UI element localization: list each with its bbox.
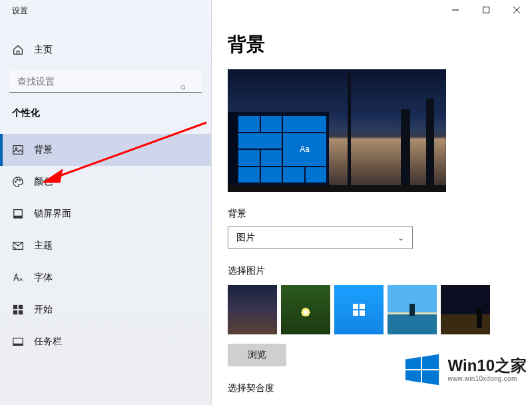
thumbnail-4[interactable] [388, 285, 437, 334]
sidebar-item-themes[interactable]: 主题 [0, 230, 211, 262]
svg-rect-6 [14, 216, 23, 218]
font-icon: A [12, 272, 24, 284]
page-title: 背景 [228, 32, 532, 57]
window-title: 设置 [0, 0, 211, 21]
home-icon [12, 44, 24, 56]
desktop-preview: Aa [228, 69, 446, 192]
preview-sample-tile: Aa [283, 133, 326, 166]
minimize-button[interactable] [440, 0, 471, 20]
svg-point-1 [15, 148, 17, 150]
thumbnail-5[interactable] [441, 285, 490, 334]
svg-point-3 [17, 179, 18, 181]
sidebar-item-background[interactable]: 背景 [0, 134, 211, 166]
image-icon [12, 144, 24, 156]
svg-rect-0 [13, 146, 23, 155]
thumbnail-1[interactable] [228, 285, 277, 334]
sidebar-item-colors[interactable]: 颜色 [0, 166, 211, 198]
home-nav[interactable]: 主页 [0, 35, 211, 65]
dropdown-value: 图片 [236, 232, 255, 244]
sidebar-item-label: 颜色 [34, 176, 53, 188]
svg-rect-10 [19, 305, 23, 309]
window-controls [440, 0, 532, 20]
start-icon [12, 304, 24, 316]
background-type-label: 背景 [228, 208, 532, 220]
picture-thumbnails [228, 285, 532, 334]
sidebar-item-label: 背景 [34, 144, 53, 156]
background-type-dropdown[interactable]: 图片 ⌄ [228, 226, 413, 249]
palette-icon [12, 176, 24, 188]
choose-fit-label: 选择契合度 [228, 382, 532, 394]
svg-rect-16 [483, 7, 489, 13]
thumbnail-2[interactable] [281, 285, 330, 334]
sidebar-item-label: 主题 [34, 240, 53, 252]
search-input[interactable] [9, 70, 202, 93]
svg-point-4 [19, 179, 21, 181]
svg-text:A: A [19, 276, 23, 282]
window-title-text: 设置 [12, 5, 28, 17]
svg-rect-14 [13, 344, 23, 346]
sidebar-item-label: 锁屏界面 [34, 208, 71, 220]
choose-picture-label: 选择图片 [228, 265, 532, 277]
taskbar-icon [12, 336, 24, 348]
sidebar-item-fonts[interactable]: A 字体 [0, 262, 211, 294]
svg-rect-12 [19, 310, 23, 314]
sidebar-item-start[interactable]: 开始 [0, 294, 211, 326]
thumbnail-3[interactable] [334, 285, 384, 334]
sidebar: 设置 主页 ⌕ 个性化 背景 颜色 [0, 0, 212, 405]
sidebar-item-label: 任务栏 [34, 336, 62, 348]
preview-taskbar [228, 185, 446, 192]
chevron-down-icon: ⌄ [398, 233, 404, 242]
category-heading: 个性化 [0, 99, 211, 125]
maximize-button[interactable] [471, 0, 501, 20]
minimize-icon [452, 7, 459, 13]
close-button[interactable] [501, 0, 532, 20]
svg-point-2 [15, 181, 17, 183]
browse-button[interactable]: 浏览 [228, 344, 286, 366]
sidebar-item-taskbar[interactable]: 任务栏 [0, 326, 211, 358]
content-area: 背景 Aa 背景 图片 ⌄ 选择图片 [212, 0, 532, 405]
svg-rect-9 [13, 305, 17, 309]
lockscreen-icon [12, 208, 24, 220]
maximize-icon [483, 7, 489, 13]
home-label: 主页 [34, 44, 53, 56]
preview-start-menu: Aa [228, 112, 329, 185]
close-icon [513, 7, 520, 13]
theme-icon [12, 240, 24, 252]
svg-rect-11 [13, 310, 17, 314]
nav-list: 背景 颜色 锁屏界面 主题 A 字体 开始 [0, 134, 211, 358]
search-icon: ⌕ [180, 81, 186, 91]
sidebar-item-lockscreen[interactable]: 锁屏界面 [0, 198, 211, 230]
sidebar-item-label: 字体 [34, 272, 53, 284]
sidebar-item-label: 开始 [34, 304, 53, 316]
